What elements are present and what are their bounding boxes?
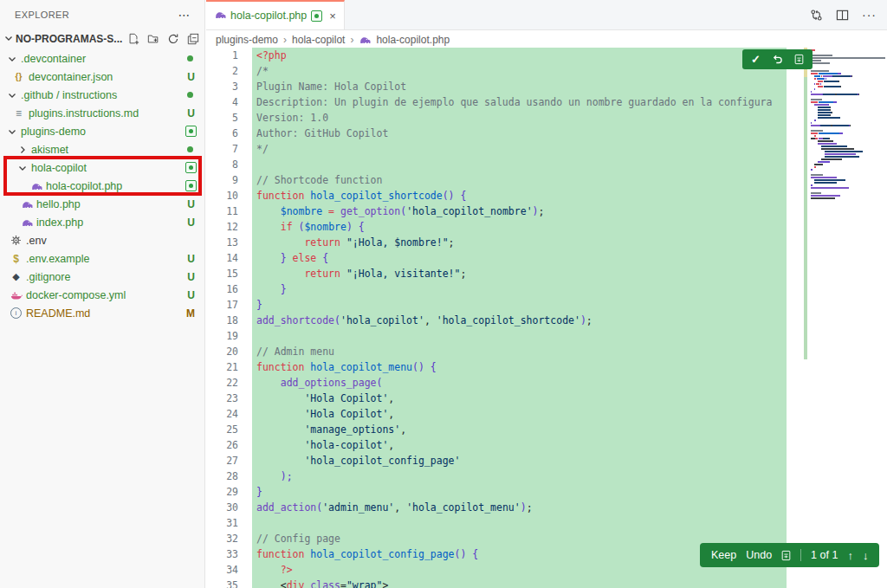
line-number: 34	[206, 562, 238, 578]
line-number: 6	[206, 126, 238, 141]
refresh-icon[interactable]	[167, 33, 179, 45]
tree-item-label: .devcontainer	[21, 53, 86, 65]
minimap-diff-gutter	[804, 48, 807, 359]
tree-item-plugins-instructions-md[interactable]: ≡plugins.instructions.mdU	[0, 104, 204, 122]
line-number: 22	[206, 375, 238, 391]
git-added-dot-badge	[187, 55, 193, 61]
tree-item-label: index.php	[36, 216, 83, 229]
code-line: return "¡Hola, visitante!";	[256, 266, 787, 281]
code-line: <div class="wrap">	[256, 578, 787, 588]
split-editor-icon[interactable]	[836, 9, 849, 22]
tree-item-env-example[interactable]: $.env.exampleU	[0, 249, 204, 268]
close-icon[interactable]: ×	[329, 10, 336, 23]
minimap-content	[811, 49, 885, 200]
php-icon	[359, 34, 371, 46]
line-number: 25	[206, 422, 238, 437]
line-number: 23	[206, 391, 238, 406]
line-number: 27	[206, 453, 238, 468]
line-number: 10	[206, 188, 238, 204]
line-number: 8	[206, 157, 238, 172]
tree-item-akismet[interactable]: akismet	[0, 140, 204, 158]
git-status-badge: U	[187, 107, 195, 120]
tree-item-readme-md[interactable]: iREADME.mdM	[0, 304, 204, 322]
vscode-window: EXPLORER ⋯ NO-PROGRAMAS-S... .devcontain…	[0, 0, 887, 588]
divider	[800, 549, 801, 561]
breadcrumb-item-file[interactable]: hola-copilot.php	[376, 34, 450, 46]
code-line: 'hola_copilot_config_page'	[256, 453, 787, 468]
copilot-edit-badge	[185, 162, 197, 173]
line-number: 15	[206, 266, 238, 281]
keep-button[interactable]: Keep	[711, 549, 736, 561]
undo-arrow-icon[interactable]	[772, 54, 783, 65]
change-counter: 1 of 1	[811, 549, 838, 561]
code-editor[interactable]: 1234567891011121314151617181920212223242…	[206, 48, 787, 588]
editor-group: hola-copilot.php × ··· plugins-demo › ho…	[206, 0, 887, 588]
tree-item-docker-compose-yml[interactable]: docker-compose.ymlU	[0, 286, 204, 304]
minimap[interactable]	[803, 48, 887, 588]
tree-item-plugins-demo[interactable]: plugins-demo	[0, 122, 204, 140]
tree-item-devcontainer[interactable]: .devcontainer	[0, 49, 204, 68]
workspace-name: NO-PROGRAMAS-S...	[16, 33, 122, 45]
explorer-more-actions-icon[interactable]: ⋯	[178, 8, 191, 22]
tab-hola-copilot-php[interactable]: hola-copilot.php ×	[206, 0, 345, 29]
line-number: 16	[206, 281, 238, 297]
chevron-down-icon	[7, 90, 17, 100]
tree-item-hola-copilot-php[interactable]: hola-copilot.php	[0, 177, 204, 195]
tree-item-label: .github / instructions	[21, 89, 117, 101]
breadcrumb-item-subfolder[interactable]: hola-copilot	[292, 34, 345, 46]
accept-check-icon[interactable]: ✓	[751, 53, 761, 66]
workspace-section-header[interactable]: NO-PROGRAMAS-S...	[0, 29, 204, 48]
tree-item-gitignore[interactable]: ◆.gitignoreU	[0, 268, 204, 286]
json-icon: {}	[12, 72, 25, 81]
tree-item-env[interactable]: .env	[0, 231, 204, 249]
tree-item-github-instructions[interactable]: .github / instructions	[0, 86, 204, 104]
git-status-badge: U	[187, 71, 195, 83]
line-number: 33	[206, 546, 238, 562]
php-icon	[214, 9, 226, 23]
tree-item-devcontainer-json[interactable]: {}devcontainer.jsonU	[0, 68, 204, 86]
line-number: 7	[206, 141, 238, 157]
tree-item-hello-php[interactable]: hello.phpU	[0, 195, 204, 213]
diff-file-icon[interactable]	[781, 550, 791, 561]
chevron-down-icon	[7, 54, 17, 64]
new-file-icon[interactable]	[127, 33, 139, 45]
tree-item-label: hola-copilot	[31, 162, 87, 174]
next-change-icon[interactable]: ↓	[863, 549, 869, 562]
git-status-badge: U	[187, 253, 195, 265]
code-line: Plugin Name: Hola Copilot	[256, 79, 787, 94]
tree-item-hola-copilot[interactable]: hola-copilot	[0, 158, 204, 177]
code-content: <?php/*Plugin Name: Hola CopilotDescript…	[252, 48, 787, 588]
docker-icon	[10, 289, 23, 301]
breadcrumb-separator: ›	[283, 34, 287, 46]
code-line: Description: Un plugin de ejemplo que sa…	[256, 94, 787, 110]
gear-icon	[10, 235, 23, 246]
code-line: Version: 1.0	[256, 110, 787, 126]
line-number: 19	[206, 328, 238, 344]
php-icon	[29, 180, 42, 192]
copilot-review-toolbar: Keep Undo 1 of 1 ↑ ↓	[700, 543, 879, 567]
compare-changes-icon[interactable]	[810, 9, 823, 22]
tree-item-index-php[interactable]: index.phpU	[0, 213, 204, 231]
breadcrumb-item-folder[interactable]: plugins-demo	[216, 34, 278, 46]
code-line: 'Hola Copilot',	[256, 391, 787, 406]
collapse-all-icon[interactable]	[187, 33, 199, 45]
code-line: // Admin menu	[256, 344, 787, 359]
line-number: 31	[206, 515, 238, 531]
new-folder-icon[interactable]	[147, 33, 159, 45]
editor-more-actions-icon[interactable]: ···	[862, 8, 877, 22]
explorer-sidebar: EXPLORER ⋯ NO-PROGRAMAS-S... .devcontain…	[0, 0, 205, 588]
tree-item-label: .env	[26, 235, 47, 247]
undo-button[interactable]: Undo	[746, 549, 772, 561]
chevron-down-icon	[7, 126, 17, 137]
line-number: 17	[206, 297, 238, 313]
line-number: 4	[206, 94, 238, 110]
diff-file-icon[interactable]	[794, 54, 804, 65]
previous-change-icon[interactable]: ↑	[847, 549, 853, 562]
code-line	[256, 515, 787, 531]
breadcrumb-separator: ›	[350, 34, 353, 46]
tree-item-label: .gitignore	[26, 271, 70, 283]
line-number: 20	[206, 344, 238, 359]
code-line: function hola_copilot_shortcode() {	[256, 188, 787, 204]
tab-bar: hola-copilot.php × ···	[206, 0, 887, 30]
code-line: add_options_page(	[256, 375, 787, 391]
